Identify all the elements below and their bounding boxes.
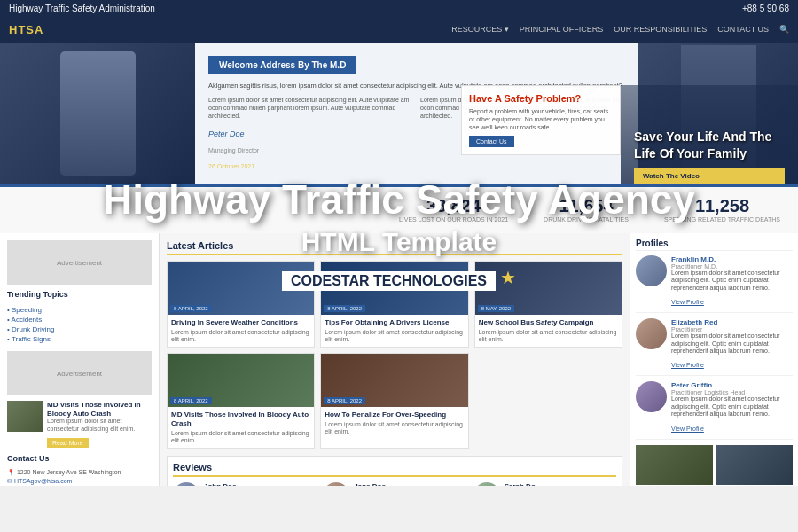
article-text-4: Lorem ipsum dolor sit amet consectetur a… [171,430,310,445]
hero-person-section [0,43,195,184]
top-bar: Highway Traffic Safety Administration +8… [0,0,798,16]
main-content: Advertisement Trending Topics • Speeding… [0,233,798,486]
article-text-2: Lorem ipsum dolor sit amet consectetur a… [325,329,464,344]
article-title-3: New School Bus Safety Campaign [479,318,618,327]
article-card-3: 8 MAY, 2022 New School Bus Safety Campai… [474,261,622,348]
article-body-4: MD Visits Those Involved In Bloody Auto … [168,407,314,448]
article-title-4: MD Visits Those Involved In Bloody Auto … [171,411,310,427]
profile-gallery [636,445,793,486]
sidebar-news-item: MD Visits Those Involved In Bloody Auto … [7,401,152,449]
profile-name-3: Peter Griffin [671,381,793,389]
profile-avatar-2 [636,318,667,349]
watch-video-btn[interactable]: Watch The Video [634,168,785,184]
sidebar-ad-2: Advertisement [7,351,152,395]
reviewer-name-1: John Doe [204,482,316,486]
article-tag-1: 8 APRIL, 2022 [170,305,212,312]
stat-label-drunk: DRUNK DRIVING FATALITIES [544,216,629,223]
profile-text-3: Lorem ipsum dolor sit amet consectetur a… [671,395,793,418]
article-text-5: Lorem ipsum dolor sit amet consectetur a… [325,421,464,436]
view-profile-1[interactable]: View Profile [671,299,704,305]
hero-role: Managing Director [208,147,259,153]
read-more-btn[interactable]: Read More [47,438,89,448]
profile-name-1: Franklin M.D. [671,255,793,263]
article-tag-5: 8 APRIL, 2022 [324,397,365,404]
reviews-title: Reviews [173,462,616,477]
sidebar-news-thumb [7,401,43,432]
article-card-1: 8 APRIL, 2022 Driving In Severe Weather … [167,261,315,348]
gallery-thumb-2 [716,445,794,485]
stat-number-speeding: 11,258 [664,196,780,216]
review-2: Jane Doe ★★★★★ Lorem ipsum dolor sit ame… [323,482,466,486]
nav-search-icon[interactable]: 🔍 [779,25,789,34]
article-card-5: 8 APRIL, 2022 How To Penalize For Over-S… [320,353,468,449]
sidebar-news-title: MD Visits Those Involved In Bloody Auto … [47,401,152,418]
article-title-2: Tips For Obtaining A Drivers License [325,318,464,327]
profile-role-1: Practitioner M.D. [671,263,793,270]
stat-number-lives: 38,824 [399,196,508,216]
profile-1: Franklin M.D. Practitioner M.D. Lorem ip… [636,255,793,313]
view-profile-2[interactable]: View Profile [671,362,704,368]
article-img-5: 8 APRIL, 2022 [321,354,467,407]
profile-avatar-3 [636,381,667,412]
reviews-grid: John Doe ★★★★★ Lorem ipsum dolor sit ame… [173,482,616,486]
profile-2: Elizabeth Red Practitioner Lorem ipsum d… [636,318,793,376]
profile-3: Peter Griffin Practitioner Logistics Hea… [636,381,793,439]
profile-text-1: Lorem ipsum dolor sit amet consectetur a… [671,270,793,292]
profile-info-1: Franklin M.D. Practitioner M.D. Lorem ip… [671,255,793,308]
top-bar-phone: +88 5 90 68 [742,4,789,13]
save-life-text: Save Your Life And The Life Of Your Fami… [634,129,785,160]
review-content-2: Jane Doe ★★★★★ Lorem ipsum dolor sit ame… [354,482,466,486]
article-card-4: 8 APRIL, 2022 MD Visits Those Involved I… [167,353,315,449]
reviewer-name-2: Jane Doe [354,482,466,486]
profiles-title: Profiles [636,239,793,251]
save-life-overlay: Save Your Life And The Life Of Your Fami… [621,85,798,184]
article-tag-4: 8 APRIL, 2022 [170,397,212,404]
stat-number-drunk: 11,654 [544,196,629,216]
reviewer-avatar-2 [323,482,349,486]
article-title-5: How To Penalize For Over-Speeding [325,411,464,419]
contact-email[interactable]: ✉ HTSAgov@htsa.com [7,478,152,485]
problem-banner: Have A Safety Problem? Report a problem … [461,85,621,155]
nav-item-contact[interactable]: CONTACT US [717,25,769,34]
gallery-thumb-1 [636,445,713,485]
trending-list: • Speeding • Accidents • Drunk Driving •… [7,305,152,344]
article-body-1: Driving In Severe Weather Conditions Lor… [168,315,314,347]
nav-logo: HTSA [9,23,43,36]
reviewer-avatar-1 [173,482,200,486]
review-1: John Doe ★★★★★ Lorem ipsum dolor sit ame… [173,482,316,486]
reviews-section: Reviews John Doe ★★★★★ Lorem ipsum dolor… [167,456,622,486]
hero-date: 26 October 2021 [208,163,254,169]
view-profile-3[interactable]: View Profile [671,426,704,432]
article-text-3: Lorem ipsum dolor sit amet consectetur a… [479,329,618,344]
nav-item-officers[interactable]: PRINCIPAL OFFICERS [520,25,604,34]
reviewer-name-3: Sarah Do [505,482,616,486]
trending-item-speeding[interactable]: • Speeding [7,305,152,315]
profile-info-2: Elizabeth Red Practitioner Lorem ipsum d… [671,318,793,371]
article-tag-3: 8 MAY, 2022 [478,305,514,312]
article-card-2: 8 APRIL, 2022 Tips For Obtaining A Drive… [320,261,468,348]
trending-item-traffic[interactable]: • Traffic Signs [7,334,152,344]
hero-section: Welcome Address By The M.D Aklgamen sagi… [0,43,798,184]
contact-btn[interactable]: Contact Us [469,136,514,147]
stat-label-speeding: SPEEDING RELATED TRAFFIC DEATHS [664,216,780,223]
profile-role-3: Practitioner Logistics Head [671,389,793,395]
article-text-1: Lorem ipsum dolor sit amet consectetur a… [171,329,310,344]
article-img-2: 8 APRIL, 2022 [321,262,467,315]
hero-welcome-box: Welcome Address By The M.D [208,56,356,74]
stat-drunk-driving: 11,654 DRUNK DRIVING FATALITIES [544,196,629,224]
nav-item-resources[interactable]: RESOURCES ▾ [451,25,509,34]
trending-item-accidents[interactable]: • Accidents [7,315,152,325]
trending-item-drunk[interactable]: • Drunk Driving [7,325,152,334]
article-title-1: Driving In Severe Weather Conditions [171,318,310,327]
article-tag-2: 8 APRIL, 2022 [324,305,365,312]
sidebar-contact-title: Contact Us [7,454,152,466]
nav-items: RESOURCES ▾ PRINCIPAL OFFICERS OUR RESPO… [451,25,789,34]
article-img-1: 8 APRIL, 2022 [168,262,314,315]
profile-role-2: Practitioner [671,326,793,332]
top-bar-address: Highway Traffic Safety Administration [9,4,155,13]
right-sidebar: Profiles Franklin M.D. Practitioner M.D.… [630,233,798,486]
sidebar-ad-1: Advertisement [7,240,152,285]
problem-title: Have A Safety Problem? [469,93,613,104]
profile-name-2: Elizabeth Red [671,318,793,326]
nav-item-responsibilities[interactable]: OUR RESPONSIBILITIES [614,25,707,34]
